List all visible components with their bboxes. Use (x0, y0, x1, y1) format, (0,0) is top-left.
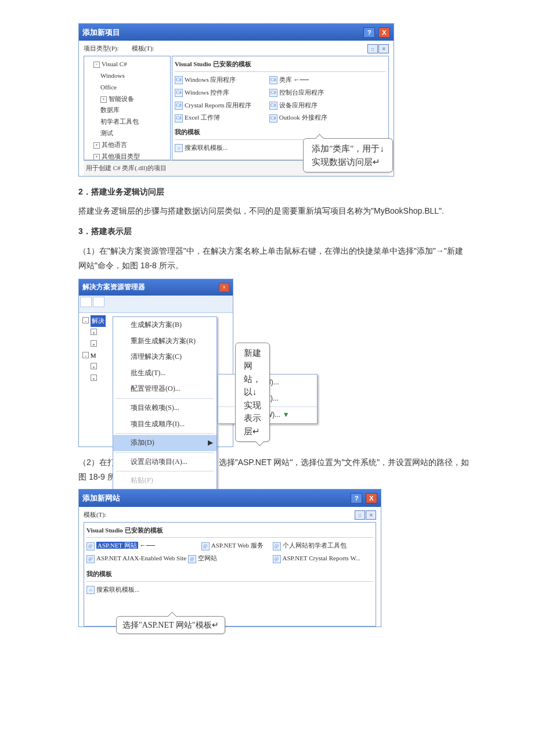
project-type-tree[interactable]: -Visual C# Windows Office +智能设备 数据库 初学者工… (84, 56, 171, 160)
menu-order[interactable]: 项目生成顺序(I)... (113, 416, 217, 433)
tool-icon[interactable] (80, 297, 92, 307)
close-icon[interactable]: × (219, 283, 229, 292)
panel-title: 解决方案资源管理器 (82, 281, 145, 294)
help-icon[interactable]: ? (351, 493, 362, 503)
menu-batch[interactable]: 批生成(T)... (113, 365, 217, 381)
template-label: 模板(T): (132, 43, 154, 55)
tree-item[interactable]: 其他语言 (102, 141, 127, 148)
dialog-titlebar: 添加新网站 ? X (79, 489, 381, 506)
tree-item[interactable]: 数据库 (93, 105, 168, 116)
template-aspnet-website[interactable]: @ASP.NET 网站 ←── (86, 539, 200, 552)
menu-deps[interactable]: 项目依赖项(S)... (113, 400, 217, 416)
section-my: 我的模板 (86, 568, 373, 582)
template-item[interactable]: @ASP.NET Web 服务 (201, 539, 271, 552)
template-item[interactable]: C#控制台应用程序 (269, 87, 362, 99)
close-icon[interactable]: X (378, 27, 390, 38)
context-menu: 生成解决方案(B) 重新生成解决方案(R) 清理解决方案(C) 批生成(T)..… (113, 316, 217, 489)
small-icons-view[interactable]: ≡ (366, 510, 376, 520)
template-item[interactable]: C#设备应用程序 (269, 99, 362, 112)
tree-item[interactable]: 初学者工具包 (93, 116, 168, 128)
panel-titlebar: 解决方案资源管理器 × (79, 279, 233, 296)
menu-paste: 粘贴(P) (113, 473, 217, 489)
dialog-title: 添加新项目 (82, 26, 120, 39)
callout-classlib: 添加"类库"，用于↓ 实现数据访问层↵ (303, 138, 393, 172)
callout-aspnet: 选择"ASP.NET 网站"模板↵ (116, 616, 225, 634)
menu-build[interactable]: 生成解决方案(B) (113, 317, 217, 333)
solution-explorer: 解决方案资源管理器 × - 解决 + + - M + + 生成解决方案(B) 重… (78, 279, 233, 447)
menu-clean[interactable]: 清理解决方案(C) (113, 349, 217, 365)
template-list[interactable]: Visual Studio 已安装的模板 @ASP.NET 网站 ←── @AS… (84, 522, 376, 627)
template-item-classlib[interactable]: C#类库 ←── (269, 74, 362, 87)
tool-icon[interactable] (93, 297, 104, 307)
section-installed: Visual Studio 已安装的模板 (86, 525, 373, 538)
tree-item[interactable]: Windows (93, 70, 168, 82)
menu-add[interactable]: 添加(D)▶ (113, 435, 217, 451)
section-installed: Visual Studio 已安装的模板 (175, 59, 386, 72)
close-icon[interactable]: X (366, 493, 377, 503)
template-item[interactable]: C#Windows 控件库 (175, 87, 268, 99)
template-item[interactable]: @ASP.NET AJAX-Enabled Web Site @空网站 (86, 552, 200, 565)
template-item[interactable]: C#Excel 工作簿 (175, 111, 268, 124)
dialog-titlebar: 添加新项目 ? X (79, 24, 394, 41)
small-icons-view[interactable]: ≡ (378, 44, 389, 53)
menu-config[interactable]: 配置管理器(O)... (113, 381, 217, 397)
paragraph: 搭建业务逻辑层的步骤与搭建数据访问层类似，不同的是需要重新填写项目名称为"MyB… (78, 204, 470, 218)
tree-item: +智能设备 (93, 93, 168, 105)
template-item[interactable]: @ASP.NET Crystal Reports W... (273, 552, 366, 565)
tree-item[interactable]: 其他项目类型 (102, 153, 140, 160)
heading-2: 2．搭建业务逻辑访问层 (78, 185, 470, 199)
template-item[interactable]: C#Outlook 外接程序 (269, 111, 362, 124)
menu-rebuild[interactable]: 重新生成解决方案(R) (113, 333, 217, 350)
dialog-title: 添加新网站 (82, 491, 120, 505)
large-icons-view[interactable]: :: (367, 44, 378, 53)
template-item[interactable]: C#Crystal Reports 应用程序 (175, 99, 268, 112)
template-item[interactable]: @个人网站初学者工具包 (273, 539, 366, 552)
template-item[interactable]: C#Windows 应用程序 (175, 74, 268, 87)
help-icon[interactable]: ? (363, 27, 375, 38)
menu-startup[interactable]: 设置启动项目(A)... (113, 454, 217, 470)
add-new-project-dialog: 添加新项目 ? X 项目类型(P): 模板(T): ::≡ -Visual C#… (78, 23, 394, 177)
project-type-label: 项目类型(P): (84, 43, 119, 55)
solution-node[interactable]: 解决 (91, 315, 106, 327)
heading-3: 3．搭建表示层 (78, 224, 470, 239)
search-online-templates[interactable]: ⌕搜索联机模板... (86, 584, 373, 596)
tree-item[interactable]: Office (93, 82, 168, 93)
template-list[interactable]: Visual Studio 已安装的模板 C#Windows 应用程序 C#Wi… (172, 56, 389, 160)
tree-item[interactable]: 测试 (93, 128, 168, 139)
add-new-website-dialog: 添加新网站 ? X 模板(T): ::≡ Visual Studio 已安装的模… (78, 489, 381, 627)
template-label: 模板(T): (84, 509, 106, 521)
callout-new-website: 新建网站，以↓ 实现表示层↵ (235, 343, 270, 442)
toolbar (79, 296, 233, 314)
large-icons-view[interactable]: :: (355, 510, 365, 520)
paragraph: （1）在"解决方案资源管理器"中，在解决方案名称上单击鼠标右键，在弹出的快捷菜单… (78, 244, 470, 273)
